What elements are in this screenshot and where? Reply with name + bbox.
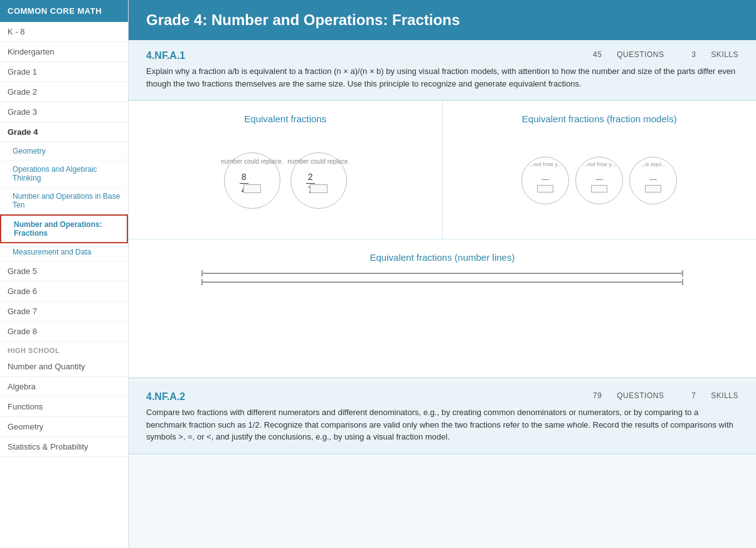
number-line-1 (201, 273, 683, 274)
skills-number-2: 7 (691, 391, 696, 400)
sidebar-item-hs-geometry[interactable]: Geometry (0, 417, 128, 437)
sidebar-item-grade4[interactable]: Grade 4 (0, 122, 128, 142)
number-line-2 (201, 282, 683, 283)
page-title: Grade 4: Number and Operations: Fraction… (146, 11, 738, 29)
sidebar-item-grade2[interactable]: Grade 2 (0, 82, 128, 102)
standard-id-4nfa2-text: 4.NF.A.2 (146, 391, 185, 402)
sidebar-item-number-fractions[interactable]: Number and Operations: Fractions (0, 214, 128, 243)
questions-number: 45 (593, 50, 602, 59)
sm-ans2[interactable] (591, 185, 607, 192)
skill-card-eq-fractions[interactable]: Equivalent fractions number could replac… (129, 101, 442, 239)
frac2-num: 2 (308, 172, 313, 182)
sidebar-item-grade8[interactable]: Grade 8 (0, 322, 128, 342)
circle2-label: number could replace. (287, 158, 349, 165)
skill-title-eq-fraction-models: Equivalent fractions (fraction models) (522, 113, 677, 124)
number-line-preview (201, 273, 683, 283)
sidebar-item-grade7[interactable]: Grade 7 (0, 302, 128, 322)
main-content: Grade 4: Number and Operations: Fraction… (129, 0, 756, 548)
frac1-line (240, 183, 248, 184)
standard-id-text: 4.NF.A.1 (146, 50, 185, 61)
questions-number-2: 79 (593, 391, 602, 400)
frac2-line (306, 183, 315, 184)
sidebar-item-number-base-ten[interactable]: Number and Operations in Base Ten (0, 187, 128, 214)
standard-desc-4nfa1: Explain why a fraction a/b is equivalent… (146, 65, 738, 90)
skill-preview-eq-fractions: number could replace. 8 4 number could r… (224, 134, 347, 226)
sidebar: COMMON CORE MATH K - 8 Kindergarten Grad… (0, 0, 129, 548)
sidebar-header: COMMON CORE MATH (0, 0, 128, 22)
standard-meta-4nfa2: 79 QUESTIONS 7 SKILLS (568, 391, 738, 400)
circle1-label: number could replace. (221, 158, 283, 165)
answer-box-2[interactable] (310, 184, 327, 193)
skill-preview-fraction-models: ...out how y... — ...out how y... — (521, 134, 677, 226)
questions-label: QUESTIONS (617, 50, 664, 59)
questions-count: 45 QUESTIONS (580, 50, 664, 59)
sm-ans1[interactable] (537, 185, 553, 192)
skill-title-eq-number-lines: Equivalent fractions (number lines) (370, 252, 515, 263)
standard-desc-4nfa2: Compare two fractions with different num… (146, 406, 738, 443)
fraction-circle-2: number could replace. 2 7 (290, 152, 347, 209)
sidebar-item-grade3[interactable]: Grade 3 (0, 102, 128, 122)
sm-circle1-label: ...out how y... (529, 161, 562, 167)
skills-count-2: 7 SKILLS (679, 391, 738, 400)
sm-frac2: — (596, 175, 603, 182)
three-circles: ...out how y... — ...out how y... — (521, 157, 677, 204)
sidebar-item-operations-algebraic[interactable]: Operations and Algebraic Thinking (0, 161, 128, 187)
sm-circle2-label: ...out how y... (583, 161, 616, 167)
sidebar-item-measurement[interactable]: Measurement and Data (0, 243, 128, 261)
skill-card-eq-number-lines[interactable]: Equivalent fractions (number lines) (129, 240, 756, 377)
skill-card-eq-fraction-models[interactable]: Equivalent fractions (fraction models) .… (443, 101, 757, 239)
sidebar-item-number-quantity[interactable]: Number and Quantity (0, 357, 128, 377)
sidebar-item-geometry[interactable]: Geometry (0, 142, 128, 161)
answer-box-1[interactable] (243, 184, 261, 193)
skills-label-2: SKILLS (711, 391, 738, 400)
sidebar-section-highschool: HIGH SCHOOL (0, 342, 128, 357)
sm-frac3: — (650, 175, 657, 182)
frac1-num: 8 (242, 172, 247, 182)
questions-label-2: QUESTIONS (617, 391, 664, 400)
page-header: Grade 4: Number and Operations: Fraction… (129, 0, 756, 40)
sm-circle3-label: ...is equi... (641, 161, 666, 167)
sm-circle-2: ...out how y... — (575, 157, 623, 204)
skills-label: SKILLS (711, 50, 738, 59)
standard-id-4nfa2[interactable]: 4.NF.A.2 79 QUESTIONS 7 SKILLS (146, 391, 738, 403)
fraction-circle-1: number could replace. 8 4 (224, 152, 280, 209)
questions-count-2: 79 QUESTIONS (580, 391, 664, 400)
skills-number: 3 (691, 50, 696, 59)
standard-block-4nfa1: 4.NF.A.1 45 QUESTIONS 3 SKILLS Explain w… (129, 40, 756, 101)
sm-circle-1: ...out how y... — (521, 157, 569, 204)
sidebar-item-functions[interactable]: Functions (0, 397, 128, 417)
sm-frac1: — (542, 175, 549, 182)
sidebar-item-grade6[interactable]: Grade 6 (0, 282, 128, 302)
sidebar-item-statistics[interactable]: Statistics & Probability (0, 437, 128, 457)
standard-meta-4nfa1: 45 QUESTIONS 3 SKILLS (568, 50, 738, 59)
sidebar-item-kindergarten[interactable]: Kindergarten (0, 42, 128, 62)
skill-title-eq-fractions: Equivalent fractions (244, 113, 326, 124)
sidebar-item-algebra[interactable]: Algebra (0, 377, 128, 397)
skills-grid-4nfa1: Equivalent fractions number could replac… (129, 101, 756, 379)
sidebar-item-k8[interactable]: K - 8 (0, 22, 128, 42)
sm-ans3[interactable] (645, 185, 661, 192)
standard-block-4nfa2: 4.NF.A.2 79 QUESTIONS 7 SKILLS Compare t… (129, 381, 756, 455)
sm-circle-3: ...is equi... — (629, 157, 677, 204)
skills-count: 3 SKILLS (679, 50, 738, 59)
sidebar-item-grade1[interactable]: Grade 1 (0, 62, 128, 82)
standard-id-4nfa1[interactable]: 4.NF.A.1 45 QUESTIONS 3 SKILLS (146, 50, 738, 61)
sidebar-item-grade5[interactable]: Grade 5 (0, 261, 128, 282)
